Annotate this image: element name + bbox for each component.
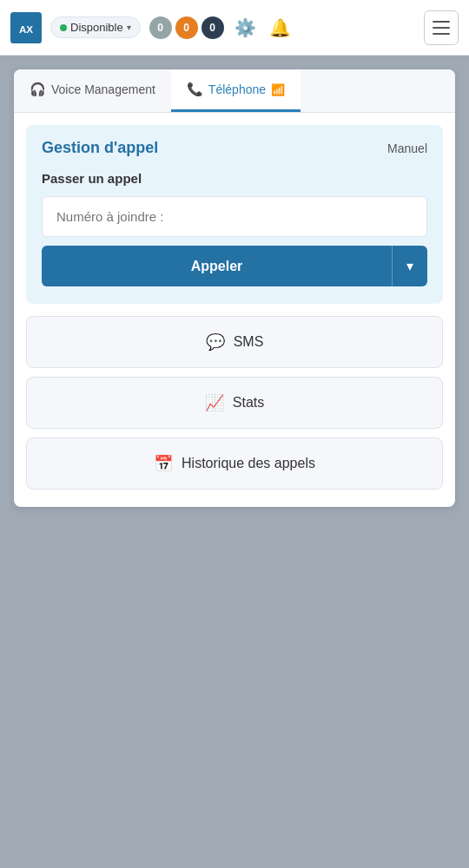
badge-counters: 0 0 0 (149, 16, 224, 39)
phone-icon: 📞 (187, 82, 203, 97)
tab-voice-management[interactable]: 🎧 Voice Management (14, 69, 171, 112)
tab-telephone[interactable]: 📞 Téléphone 📶 (171, 69, 301, 112)
svg-text:AX: AX (19, 23, 33, 35)
navbar: AX Disponible ▾ 0 0 0 ⚙️ 🔔 (0, 0, 469, 56)
counter-badge-2[interactable]: 0 (201, 16, 224, 39)
calendar-icon: 📅 (154, 454, 173, 473)
tabs-row: 🎧 Voice Management 📞 Téléphone 📶 (14, 69, 455, 113)
call-dropdown-button[interactable]: ▾ (392, 246, 427, 286)
status-text: Disponible (70, 21, 123, 34)
counter-badge-1[interactable]: 0 (175, 16, 198, 39)
gestion-title: Gestion d'appel (42, 139, 158, 157)
passer-label: Passer un appel (42, 171, 427, 186)
call-button[interactable]: Appeler (42, 246, 392, 286)
stats-icon: 📈 (205, 393, 224, 412)
sms-label: SMS (234, 334, 264, 350)
hamburger-button[interactable] (424, 10, 459, 45)
historique-button[interactable]: 📅 Historique des appels (26, 437, 443, 490)
settings-icon[interactable]: ⚙️ (233, 15, 259, 41)
wifi-icon: 📶 (271, 83, 285, 96)
tab-telephone-label: Téléphone (208, 82, 266, 96)
hamburger-line-2 (433, 27, 450, 29)
stats-button[interactable]: 📈 Stats (26, 377, 443, 429)
sms-icon: 💬 (206, 332, 225, 352)
sms-button[interactable]: 💬 SMS (26, 316, 443, 368)
phone-number-input[interactable] (42, 196, 427, 237)
status-dot (60, 24, 67, 31)
action-buttons: 💬 SMS 📈 Stats 📅 Historique des appels (14, 316, 455, 507)
headphones-icon: 🎧 (30, 82, 46, 97)
chevron-down-icon: ▾ (406, 259, 413, 273)
hamburger-line-3 (433, 33, 450, 35)
hamburger-line-1 (433, 21, 450, 23)
logo-icon: AX (10, 12, 42, 43)
status-badge[interactable]: Disponible ▾ (50, 16, 141, 38)
call-button-row: Appeler ▾ (42, 246, 427, 286)
logo-area: AX (10, 12, 42, 43)
main-panel: 🎧 Voice Management 📞 Téléphone 📶 Gestion… (14, 69, 455, 507)
chevron-down-icon: ▾ (127, 23, 131, 32)
gestion-header: Gestion d'appel Manuel (42, 139, 427, 157)
counter-badge-0[interactable]: 0 (149, 16, 172, 39)
gestion-card: Gestion d'appel Manuel Passer un appel A… (26, 125, 443, 304)
tab-voice-label: Voice Management (51, 82, 155, 96)
gestion-mode: Manuel (387, 141, 427, 155)
stats-label: Stats (233, 395, 264, 411)
notification-icon[interactable]: 🔔 (268, 15, 294, 41)
historique-label: Historique des appels (182, 456, 315, 471)
